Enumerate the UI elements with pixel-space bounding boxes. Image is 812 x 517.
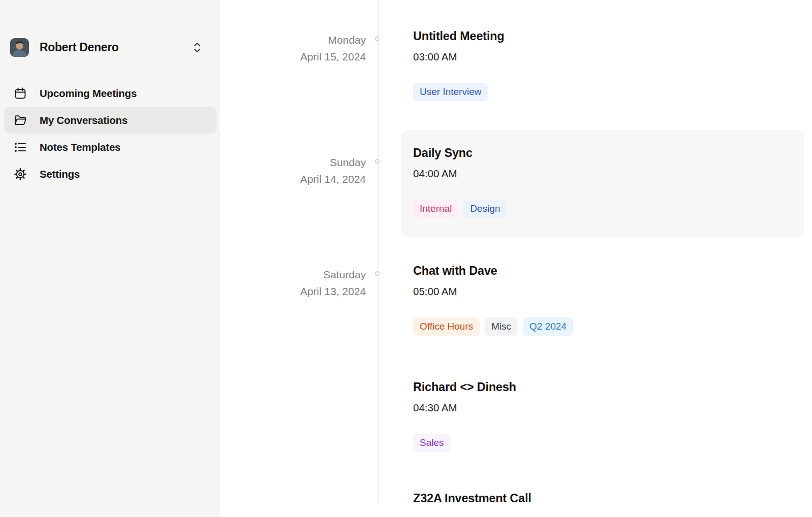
gear-icon <box>14 168 27 181</box>
sidebar-item-label: My Conversations <box>40 114 127 126</box>
sidebar-item-upcoming-meetings[interactable]: Upcoming Meetings <box>4 80 217 107</box>
tag-sales[interactable]: Sales <box>413 434 451 452</box>
meeting-time: 03:00 AM <box>413 50 792 63</box>
meeting-entry: Saturday April 13, 2024 Chat with Dave 0… <box>220 263 804 336</box>
meeting-tags: InternalDesign <box>413 200 792 218</box>
entry-date: Sunday April 14, 2024 <box>220 130 378 237</box>
tag-internal[interactable]: Internal <box>413 200 458 218</box>
meeting-card[interactable]: Z32A Investment Call <box>401 491 804 506</box>
conversations-timeline: Monday April 15, 2024 Untitled Meeting 0… <box>220 0 812 517</box>
chevron-up-down-icon[interactable] <box>192 41 202 54</box>
meeting-entry: Richard <> Dinesh 04:30 AM Sales <box>220 379 804 452</box>
meeting-card[interactable]: Chat with Dave 05:00 AM Office HoursMisc… <box>401 263 804 336</box>
account-switcher[interactable]: Robert Denero <box>0 0 220 57</box>
entry-day-label: Monday <box>220 31 366 48</box>
sidebar-item-label: Settings <box>40 168 80 180</box>
app-window: Robert Denero Upcoming Meetings My Conve… <box>0 0 812 517</box>
avatar <box>10 38 29 57</box>
meeting-card[interactable]: Untitled Meeting 03:00 AM User Interview <box>401 28 804 101</box>
entry-date-label: April 15, 2024 <box>220 48 366 65</box>
tag-q2-2024[interactable]: Q2 2024 <box>523 317 573 336</box>
sidebar-item-notes-templates[interactable]: Notes Templates <box>4 134 217 160</box>
tag-misc[interactable]: Misc <box>485 317 518 336</box>
meeting-time: 04:30 AM <box>413 401 792 414</box>
meeting-entry: Monday April 15, 2024 Untitled Meeting 0… <box>220 28 804 101</box>
sidebar-nav: Upcoming Meetings My Conversations Notes… <box>0 80 220 188</box>
sidebar-item-my-conversations[interactable]: My Conversations <box>4 107 217 134</box>
meeting-title: Untitled Meeting <box>413 28 792 44</box>
tag-design[interactable]: Design <box>463 200 506 218</box>
sidebar-item-label: Upcoming Meetings <box>40 87 137 100</box>
timeline-dot <box>375 37 380 41</box>
timeline-dot <box>375 271 380 276</box>
folder-icon <box>14 114 27 127</box>
entry-date-label: April 13, 2024 <box>220 283 366 300</box>
meeting-time: 04:00 AM <box>413 167 792 180</box>
entry-date: Saturday April 13, 2024 <box>220 263 378 336</box>
meeting-tags: Office HoursMiscQ2 2024 <box>413 317 792 336</box>
entry-date <box>220 491 378 506</box>
list-icon <box>14 141 27 154</box>
tag-office-hours[interactable]: Office Hours <box>413 317 480 336</box>
tag-user-interview[interactable]: User Interview <box>413 83 488 101</box>
sidebar-item-label: Notes Templates <box>40 141 121 153</box>
user-name: Robert Denero <box>40 41 119 54</box>
meeting-time: 05:00 AM <box>413 284 792 298</box>
meeting-title: Chat with Dave <box>413 263 792 278</box>
meeting-card[interactable]: Richard <> Dinesh 04:30 AM Sales <box>401 379 804 452</box>
entry-day-label: Saturday <box>220 266 366 283</box>
meeting-entry: Sunday April 14, 2024 Daily Sync 04:00 A… <box>220 130 804 237</box>
timeline-dot <box>375 159 380 164</box>
meeting-card[interactable]: Daily Sync 04:00 AM InternalDesign <box>401 130 804 237</box>
meeting-title: Daily Sync <box>413 145 792 160</box>
meeting-title: Richard <> Dinesh <box>413 379 792 395</box>
calendar-icon <box>14 87 27 100</box>
sidebar-item-settings[interactable]: Settings <box>4 161 217 187</box>
meeting-tags: Sales <box>413 434 792 452</box>
sidebar: Robert Denero Upcoming Meetings My Conve… <box>0 0 220 517</box>
meeting-entry: Z32A Investment Call <box>220 491 804 506</box>
meeting-title: Z32A Investment Call <box>413 491 792 506</box>
meeting-tags: User Interview <box>413 83 792 101</box>
entry-date-label: April 14, 2024 <box>220 171 366 187</box>
entry-day-label: Sunday <box>220 154 366 171</box>
entry-date <box>220 379 378 452</box>
entry-date: Monday April 15, 2024 <box>220 28 378 101</box>
